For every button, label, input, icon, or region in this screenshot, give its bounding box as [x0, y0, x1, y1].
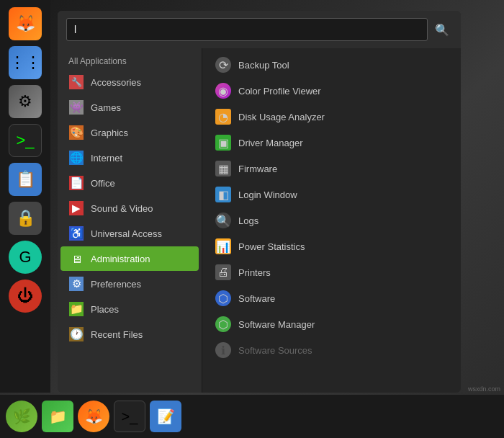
- app-item-login-window[interactable]: ◧Login Window: [208, 182, 455, 207]
- category-graphics[interactable]: 🎨Graphics: [60, 120, 199, 145]
- category-label-administration: Administration: [91, 254, 150, 264]
- categories-header: All Applications: [58, 52, 202, 69]
- watermark: wsxdn.com: [468, 385, 500, 393]
- category-sound-video[interactable]: ▶Sound & Video: [60, 196, 199, 220]
- menu-content: All Applications 🔧Accessories👾Games🎨Grap…: [58, 48, 461, 393]
- app-icon-power-statistics: 📊: [215, 238, 231, 254]
- apps-list: ⟳Backup Tool◉Color Profile Viewer◔Disk U…: [202, 48, 461, 393]
- taskbar-icon-apps[interactable]: ⋮⋮: [9, 46, 42, 79]
- category-icon-preferences: ⚙: [69, 277, 84, 291]
- category-places[interactable]: 📁Places: [60, 297, 199, 321]
- app-label-software-manager: Software Manager: [238, 319, 315, 330]
- taskbar-icon-notes[interactable]: 📋: [9, 163, 42, 196]
- app-icon-software: ⬡: [215, 290, 231, 306]
- app-icon-logs: 🔍: [215, 213, 231, 228]
- categories-panel: All Applications 🔧Accessories👾Games🎨Grap…: [58, 48, 202, 393]
- app-item-software[interactable]: ⬡Software: [208, 285, 455, 311]
- app-item-disk-usage-analyzer[interactable]: ◔Disk Usage Analyzer: [208, 104, 455, 130]
- app-icon-software-manager: ⬡: [215, 316, 231, 332]
- taskbar-icon-lock[interactable]: 🔒: [9, 202, 42, 235]
- app-icon-driver-manager: ▣: [215, 135, 231, 151]
- category-icon-administration: 🖥: [69, 251, 84, 266]
- app-icon-backup-tool: ⟳: [215, 57, 231, 73]
- app-label-software-sources: Software Sources: [238, 345, 312, 356]
- bottom-icon-mint[interactable]: 🌿: [6, 401, 37, 432]
- category-label-office: Office: [91, 178, 115, 189]
- category-icon-accessories: 🔧: [69, 75, 84, 89]
- search-input[interactable]: [66, 18, 428, 41]
- app-label-driver-manager: Driver Manager: [238, 138, 303, 148]
- bottom-icon-terminal2[interactable]: >_: [114, 401, 145, 432]
- taskbar-icon-power[interactable]: ⏻: [9, 280, 42, 313]
- category-label-accessories: Accessories: [91, 77, 141, 88]
- app-label-disk-usage-analyzer: Disk Usage Analyzer: [238, 112, 325, 122]
- category-office[interactable]: 📄Office: [60, 171, 199, 195]
- app-label-firmware: Firmware: [238, 164, 277, 174]
- search-button[interactable]: 🔍: [432, 20, 452, 40]
- category-icon-internet: 🌐: [69, 151, 84, 165]
- app-item-color-profile-viewer[interactable]: ◉Color Profile Viewer: [208, 78, 455, 104]
- app-icon-firmware: ▦: [215, 161, 231, 176]
- app-label-backup-tool: Backup Tool: [238, 60, 289, 71]
- bottom-icon-folder[interactable]: 📁: [42, 401, 73, 432]
- category-icon-sound-video: ▶: [69, 201, 84, 215]
- app-label-logs: Logs: [238, 215, 258, 226]
- app-item-logs[interactable]: 🔍Logs: [208, 207, 455, 233]
- bottom-icon-firefox2[interactable]: 🦊: [78, 401, 109, 432]
- taskbar-icon-firefox[interactable]: 🦊: [9, 7, 42, 40]
- category-label-recent-files: Recent Files: [91, 329, 143, 340]
- app-icon-disk-usage-analyzer: ◔: [215, 109, 231, 125]
- app-icon-color-profile-viewer: ◉: [215, 83, 231, 99]
- app-icon-software-sources: ℹ: [215, 342, 231, 358]
- category-icon-places: 📁: [69, 302, 84, 316]
- app-item-driver-manager[interactable]: ▣Driver Manager: [208, 130, 455, 156]
- search-bar: 🔍: [58, 11, 461, 48]
- category-icon-universal-access: ♿: [69, 226, 84, 241]
- category-label-internet: Internet: [91, 153, 122, 164]
- menu-panel: 🔍 All Applications 🔧Accessories👾Games🎨Gr…: [58, 11, 461, 393]
- category-preferences[interactable]: ⚙Preferences: [60, 272, 199, 296]
- app-item-printers[interactable]: 🖨Printers: [208, 259, 455, 285]
- category-label-universal-access: Universal Access: [91, 228, 162, 239]
- category-internet[interactable]: 🌐Internet: [60, 146, 199, 170]
- app-item-power-statistics[interactable]: 📊Power Statistics: [208, 233, 455, 259]
- app-icon-login-window: ◧: [215, 187, 231, 202]
- app-label-color-profile-viewer: Color Profile Viewer: [238, 86, 321, 97]
- app-label-login-window: Login Window: [238, 189, 297, 200]
- category-label-preferences: Preferences: [91, 279, 141, 290]
- taskbar-bottom: 🌿📁🦊>_📝: [0, 395, 504, 438]
- taskbar-left: 🦊⋮⋮⚙>_📋🔒G⏻: [0, 0, 50, 393]
- category-label-graphics: Graphics: [91, 128, 128, 138]
- category-icon-office: 📄: [69, 176, 84, 190]
- taskbar-icon-terminal[interactable]: >_: [9, 124, 42, 157]
- category-universal-access[interactable]: ♿Universal Access: [60, 221, 199, 246]
- taskbar-icon-grammarly[interactable]: G: [9, 241, 42, 274]
- category-recent-files[interactable]: 🕐Recent Files: [60, 322, 199, 347]
- category-label-sound-video: Sound & Video: [91, 203, 153, 214]
- app-item-software-manager[interactable]: ⬡Software Manager: [208, 311, 455, 337]
- category-label-places: Places: [91, 304, 119, 315]
- taskbar-icon-settings[interactable]: ⚙: [9, 85, 42, 118]
- category-icon-recent-files: 🕐: [69, 327, 84, 341]
- category-accessories[interactable]: 🔧Accessories: [60, 70, 199, 94]
- category-administration[interactable]: 🖥Administration: [60, 246, 199, 271]
- category-icon-graphics: 🎨: [69, 125, 84, 140]
- bottom-icon-text[interactable]: 📝: [150, 401, 181, 432]
- category-games[interactable]: 👾Games: [60, 95, 199, 120]
- app-item-firmware[interactable]: ▦Firmware: [208, 156, 455, 182]
- app-label-software: Software: [238, 293, 275, 304]
- app-icon-printers: 🖨: [215, 264, 231, 280]
- category-icon-games: 👾: [69, 100, 84, 115]
- app-label-power-statistics: Power Statistics: [238, 241, 305, 252]
- app-label-printers: Printers: [238, 267, 271, 278]
- category-label-games: Games: [91, 102, 121, 113]
- app-item-backup-tool[interactable]: ⟳Backup Tool: [208, 52, 455, 78]
- app-item-software-sources: ℹSoftware Sources: [208, 337, 455, 363]
